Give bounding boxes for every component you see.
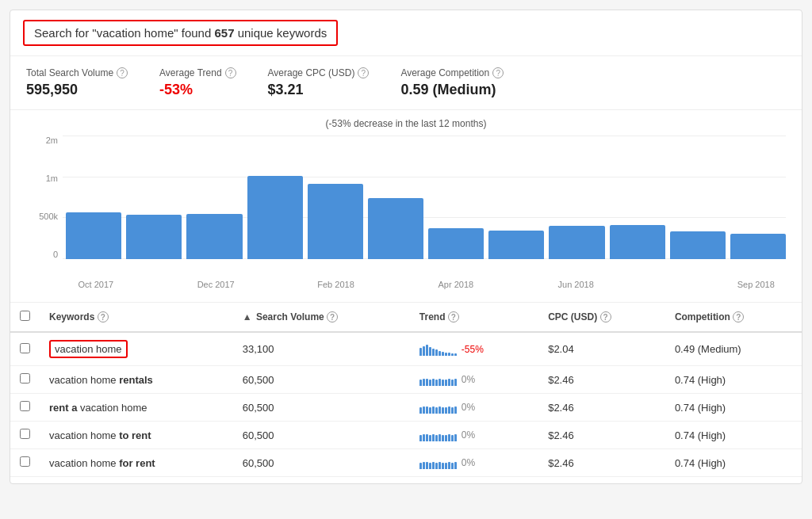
bar-group xyxy=(126,215,182,259)
select-all-checkbox[interactable] xyxy=(20,311,30,321)
mini-bar xyxy=(442,463,444,469)
mini-bar xyxy=(442,352,444,356)
x-axis-label xyxy=(486,280,546,289)
main-container: Search for "vacation home" found 657 uni… xyxy=(10,10,802,484)
mini-bar xyxy=(423,462,425,469)
mini-bar xyxy=(423,346,425,356)
mini-bar xyxy=(419,348,422,356)
trend-percentage: 0% xyxy=(462,457,475,468)
mini-bar-chart xyxy=(419,429,457,441)
mini-bar xyxy=(426,434,428,441)
stat-label-competition: Average Competition ? xyxy=(400,67,504,78)
trend-content: -55% xyxy=(419,343,529,356)
x-axis-label: Dec 2017 xyxy=(186,280,246,289)
search-volume-cell: 60,500 xyxy=(233,449,410,477)
trend-content: 0% xyxy=(419,429,529,441)
competition-cell: 0.49 (Medium) xyxy=(665,332,802,366)
mini-bar xyxy=(419,435,422,441)
mini-bar xyxy=(439,379,441,386)
bar-group xyxy=(428,228,484,259)
mini-bar xyxy=(429,347,431,356)
mini-bar xyxy=(423,406,425,414)
info-icon-cpc[interactable]: ? xyxy=(358,67,369,78)
table-row: rent a vacation home60,5000%$2.460.74 (H… xyxy=(10,394,802,422)
trend-content: 0% xyxy=(419,456,529,469)
chart-area: 2m 1m 500k 0 xyxy=(26,135,786,278)
chart-bar xyxy=(549,226,604,259)
competition-cell: 0.74 (High) xyxy=(665,366,802,394)
stat-average-competition: Average Competition ? 0.59 (Medium) xyxy=(400,67,504,98)
mini-bar xyxy=(429,407,431,414)
info-icon-trend[interactable]: ? xyxy=(225,67,236,78)
mini-bar xyxy=(419,407,422,414)
highlighted-keyword: vacation home xyxy=(49,340,128,358)
info-icon-comp-col[interactable]: ? xyxy=(733,311,744,322)
mini-bar xyxy=(445,435,447,441)
y-axis: 2m 1m 500k 0 xyxy=(26,135,63,259)
trend-cell: 0% xyxy=(410,449,538,477)
info-icon-volume[interactable]: ? xyxy=(117,67,128,78)
mini-bar xyxy=(432,462,435,469)
stat-label-volume: Total Search Volume ? xyxy=(26,67,128,78)
chart-bar xyxy=(126,215,182,259)
cpc-cell: $2.46 xyxy=(538,366,665,394)
mini-bar xyxy=(432,434,435,441)
chart-bar xyxy=(488,231,544,259)
x-labels: Oct 2017Dec 2017Feb 2018Apr 2018Jun 2018… xyxy=(26,280,786,289)
mini-bar xyxy=(448,406,450,414)
search-volume-cell: 60,500 xyxy=(233,366,410,394)
info-icon-sv[interactable]: ? xyxy=(327,311,338,322)
info-icon-cpc-col[interactable]: ? xyxy=(600,311,611,322)
info-icon-competition[interactable]: ? xyxy=(492,67,504,78)
table-header-row: Keywords ? ▲ Search Volume ? Trend ? CPC… xyxy=(10,303,802,332)
bar-group xyxy=(730,234,786,259)
keyword-cell: rent a vacation home xyxy=(40,394,233,422)
row-checkbox[interactable] xyxy=(20,343,30,353)
y-label-1m: 1m xyxy=(46,174,58,183)
th-competition[interactable]: Competition ? xyxy=(665,303,802,332)
mini-bar xyxy=(426,345,428,356)
trend-cell: 0% xyxy=(410,394,538,422)
row-checkbox[interactable] xyxy=(20,429,30,439)
row-checkbox[interactable] xyxy=(20,373,30,384)
chart-bar xyxy=(186,214,242,259)
x-axis-label: Jun 2018 xyxy=(546,280,606,289)
bar-group xyxy=(549,226,604,259)
bar-group xyxy=(308,184,363,259)
mini-bar xyxy=(432,406,435,414)
mini-bar xyxy=(445,380,447,386)
chart-bar xyxy=(247,176,303,259)
cpc-cell: $2.46 xyxy=(538,449,665,477)
mini-bar-chart xyxy=(419,456,457,469)
mini-bar xyxy=(423,434,425,441)
bar-group xyxy=(670,231,726,259)
stat-value-cpc: $3.21 xyxy=(268,82,370,98)
chart-subtitle: (-53% decrease in the last 12 months) xyxy=(26,118,786,129)
info-icon-kw[interactable]: ? xyxy=(98,311,109,322)
th-keywords[interactable]: Keywords ? xyxy=(40,303,233,332)
chart-bar xyxy=(670,231,726,259)
th-cpc[interactable]: CPC (USD) ? xyxy=(538,303,665,332)
info-icon-tr[interactable]: ? xyxy=(448,311,459,322)
row-checkbox[interactable] xyxy=(20,456,30,467)
cpc-cell: $2.46 xyxy=(538,422,665,449)
row-checkbox-cell xyxy=(10,422,40,449)
bars-container xyxy=(66,135,786,259)
mini-bar xyxy=(451,435,454,441)
mini-bar xyxy=(435,407,438,414)
th-search-volume[interactable]: ▲ Search Volume ? xyxy=(233,303,410,332)
mini-bar xyxy=(445,407,447,414)
mini-bar xyxy=(454,353,457,356)
search-volume-cell: 60,500 xyxy=(233,394,410,422)
mini-bar xyxy=(454,434,457,441)
row-checkbox-cell xyxy=(10,394,40,422)
th-trend[interactable]: Trend ? xyxy=(410,303,538,332)
mini-bar xyxy=(445,353,447,356)
header-bar: Search for "vacation home" found 657 uni… xyxy=(10,10,802,56)
table-row: vacation home to rent60,5000%$2.460.74 (… xyxy=(10,422,802,449)
bar-group xyxy=(488,231,544,259)
row-checkbox[interactable] xyxy=(20,401,30,411)
table-row: vacation home33,100-55%$2.040.49 (Medium… xyxy=(10,332,802,366)
stat-value-competition: 0.59 (Medium) xyxy=(400,82,504,98)
bar-group xyxy=(66,212,121,259)
